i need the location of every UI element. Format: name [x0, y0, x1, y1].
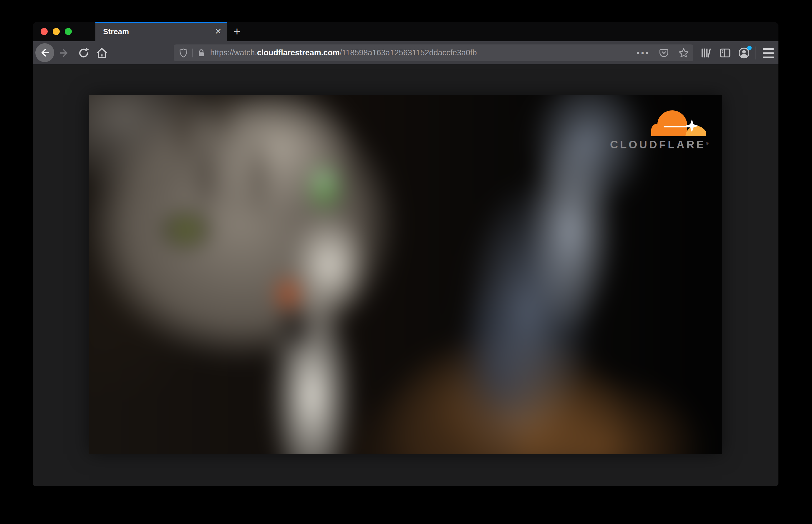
pocket-icon	[659, 48, 669, 58]
ellipsis-icon: •••	[637, 48, 650, 58]
trademark-mark: ®	[706, 141, 709, 145]
bookmark-star-button[interactable]	[678, 47, 689, 59]
back-button[interactable]	[35, 43, 54, 62]
cloudflare-watermark: CLOUDFLARE®	[610, 109, 711, 151]
page-actions-button[interactable]: •••	[637, 48, 650, 58]
account-icon	[737, 47, 750, 60]
page-content: CLOUDFLARE®	[33, 65, 778, 486]
pocket-button[interactable]	[659, 48, 669, 58]
forward-icon	[58, 47, 70, 59]
urlbar-divider	[192, 49, 193, 58]
minimize-window-button[interactable]	[53, 28, 60, 35]
cloudflare-cloud-icon	[610, 109, 711, 137]
tab-title: Stream	[95, 27, 212, 36]
reload-button[interactable]	[77, 46, 91, 60]
cloudflare-wordmark: CLOUDFLARE®	[610, 138, 711, 151]
zoom-window-button[interactable]	[65, 28, 72, 35]
video-player[interactable]: CLOUDFLARE®	[89, 95, 722, 454]
account-notification-dot	[747, 46, 752, 50]
star-icon	[678, 47, 689, 59]
address-bar[interactable]: https://watch.cloudflarestream.com/11859…	[174, 45, 693, 61]
url-text[interactable]: https://watch.cloudflarestream.com/11859…	[210, 48, 637, 58]
reload-icon	[78, 47, 90, 59]
close-icon: ✕	[215, 27, 222, 36]
library-icon	[700, 47, 712, 59]
forward-button[interactable]	[57, 46, 71, 60]
url-prefix: https://watch.	[210, 48, 257, 57]
account-button[interactable]	[737, 46, 751, 60]
tab-stream[interactable]: Stream ✕	[95, 22, 227, 41]
plus-icon: +	[233, 25, 240, 38]
browser-window: Stream ✕ +	[33, 22, 778, 486]
menu-button[interactable]	[761, 46, 776, 60]
tracking-protection-shield-icon[interactable]	[178, 48, 189, 58]
traffic-lights	[40, 28, 72, 35]
hamburger-icon	[763, 48, 774, 58]
lock-icon[interactable]	[197, 48, 206, 58]
url-domain: cloudflarestream.com	[257, 48, 340, 57]
titlebar[interactable]: Stream ✕ +	[33, 22, 778, 41]
sidebar-icon	[719, 47, 731, 59]
url-path: /118598a163a125631152ddaccfe3a0fb	[340, 48, 477, 57]
close-window-button[interactable]	[40, 28, 48, 35]
tab-close-button[interactable]: ✕	[212, 25, 225, 38]
new-tab-button[interactable]: +	[230, 25, 243, 38]
navigation-toolbar: https://watch.cloudflarestream.com/11859…	[33, 41, 778, 65]
desktop-background: Stream ✕ +	[0, 0, 812, 524]
back-icon	[39, 47, 51, 59]
sidebar-button[interactable]	[718, 46, 732, 60]
toolbar-divider	[755, 47, 756, 60]
home-icon	[96, 47, 108, 59]
library-button[interactable]	[699, 46, 713, 60]
home-button[interactable]	[95, 46, 109, 60]
